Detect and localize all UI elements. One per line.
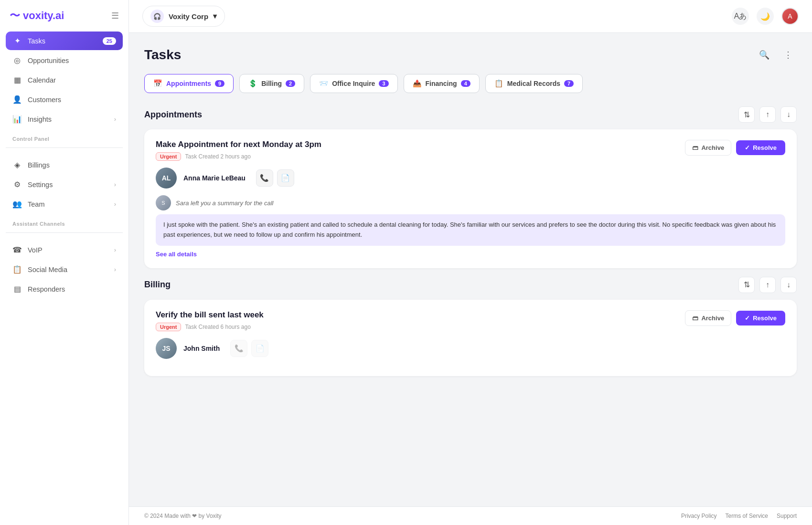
billing-notes-icon[interactable]: 📄	[251, 340, 268, 357]
sara-avatar: S	[156, 195, 171, 210]
page-title: Tasks	[144, 47, 181, 63]
category-tabs: 📅 Appointments 9 💲 Billing 2 📨 Office In…	[144, 74, 797, 93]
opportunities-icon: ◎	[12, 56, 22, 65]
avatar-initials: A	[788, 12, 792, 20]
translate-icon[interactable]: Aあ	[732, 8, 749, 25]
billing-customer-row: JS John Smith 📞 📄	[156, 338, 785, 359]
sidebar: 〜 voxity.ai ☰ ✦ Tasks 25 ◎ Opportunities…	[0, 0, 129, 525]
billing-section-header: Billing ⇅ ↑ ↓	[144, 277, 797, 293]
app-logo: 〜 voxity.ai	[10, 9, 64, 23]
appointments-tab-icon: 📅	[153, 79, 162, 88]
financing-tab-badge: 4	[461, 80, 470, 87]
appointments-section-header: Appointments ⇅ ↑ ↓	[144, 106, 797, 123]
voip-chevron: ›	[114, 246, 116, 253]
sidebar-item-calendar[interactable]: ▦ Calendar	[6, 71, 123, 89]
sidebar-item-label-team: Team	[28, 200, 44, 208]
search-icon[interactable]: 🔍	[756, 46, 773, 63]
sidebar-item-opportunities[interactable]: ◎ Opportunities	[6, 51, 123, 70]
page-actions: 🔍 ⋮	[756, 46, 797, 63]
billing-archive-icon: 🗃	[692, 315, 698, 322]
sort-down-icon[interactable]: ↓	[780, 106, 797, 123]
sidebar-item-social-media[interactable]: 📋 Social Media ›	[6, 260, 123, 279]
billing-urgent-badge: Urgent	[156, 323, 181, 331]
billing-archive-label: Archive	[701, 315, 724, 322]
billing-tab-icon: 💲	[248, 79, 257, 88]
voip-icon: ☎	[12, 245, 22, 254]
check-icon: ✓	[745, 144, 750, 151]
customer-actions: 📞 📄	[256, 169, 294, 187]
billing-resolve-button[interactable]: ✓ Resolve	[736, 311, 785, 326]
appointments-controls: ⇅ ↑ ↓	[738, 106, 797, 123]
sort-up-icon[interactable]: ↑	[759, 106, 776, 123]
theme-toggle-icon[interactable]: 🌙	[757, 8, 774, 25]
billing-section: Billing ⇅ ↑ ↓ Verify the bill sent last …	[144, 277, 797, 376]
summary-section: S Sara left you a summary for the call I…	[156, 195, 785, 258]
billing-section-title: Billing	[144, 280, 171, 290]
resolve-button[interactable]: ✓ Resolve	[736, 140, 785, 155]
billing-sort-down-icon[interactable]: ↓	[780, 277, 797, 293]
billing-archive-button[interactable]: 🗃 Archive	[685, 310, 731, 326]
billing-sort-up-icon[interactable]: ↑	[759, 277, 776, 293]
sidebar-item-tasks[interactable]: ✦ Tasks 25	[6, 32, 123, 50]
category-tab-billing[interactable]: 💲 Billing 2	[239, 74, 304, 93]
org-selector[interactable]: 🎧 Voxity Corp ▾	[142, 6, 225, 27]
sidebar-item-voip[interactable]: ☎ VoIP ›	[6, 241, 123, 259]
insights-chevron: ›	[114, 116, 116, 123]
category-tab-medical-records[interactable]: 📋 Medical Records 7	[485, 74, 583, 93]
sidebar-item-label-customers: Customers	[28, 96, 61, 104]
medical-records-tab-badge: 7	[564, 80, 574, 87]
billing-task-title-group: Verify the bill sent last week Urgent Ta…	[156, 310, 264, 331]
tasks-badge: 25	[103, 37, 116, 45]
sidebar-item-label-social-media: Social Media	[28, 266, 67, 273]
responders-icon: ▤	[12, 284, 22, 294]
sidebar-item-label-billings: Billings	[28, 161, 50, 169]
category-tab-office-inquire[interactable]: 📨 Office Inquire 3	[310, 74, 397, 93]
notes-icon[interactable]: 📄	[277, 169, 294, 187]
sidebar-item-responders[interactable]: ▤ Responders	[6, 280, 123, 298]
social-media-chevron: ›	[114, 266, 116, 273]
task-meta: Urgent Task Created 2 hours ago	[156, 152, 321, 161]
topbar-actions: Aあ 🌙 A	[732, 8, 799, 25]
billing-filter-icon[interactable]: ⇅	[738, 277, 755, 293]
privacy-policy-link[interactable]: Privacy Policy	[681, 513, 717, 519]
office-inquire-tab-badge: 3	[379, 80, 388, 87]
support-link[interactable]: Support	[777, 513, 797, 519]
sidebar-item-label-opportunities: Opportunities	[28, 57, 69, 64]
user-avatar[interactable]: A	[781, 8, 799, 25]
office-inquire-tab-label: Office Inquire	[332, 80, 375, 87]
sidebar-nav: ✦ Tasks 25 ◎ Opportunities ▦ Calendar 👤 …	[0, 32, 128, 525]
sidebar-item-settings[interactable]: ⚙ Settings ›	[6, 175, 123, 194]
sidebar-item-insights[interactable]: 📊 Insights ›	[6, 110, 123, 128]
calendar-icon: ▦	[12, 75, 22, 84]
footer-copyright: © 2024 Made with ❤ by Voxity	[144, 513, 222, 519]
logo-label: voxity.ai	[23, 10, 64, 22]
appointments-section: Appointments ⇅ ↑ ↓ Make Appointment for …	[144, 106, 797, 268]
footer-links: Privacy Policy Terms of Service Support	[681, 513, 797, 519]
terms-of-service-link[interactable]: Terms of Service	[726, 513, 768, 519]
customer-initials: AL	[162, 174, 171, 182]
filter-icon[interactable]: ⇅	[738, 106, 755, 123]
archive-button[interactable]: 🗃 Archive	[685, 140, 731, 156]
summary-text: I just spoke with the patient. She's an …	[156, 214, 785, 246]
see-all-details-link[interactable]: See all details	[156, 251, 785, 258]
menu-toggle-icon[interactable]: ☰	[111, 10, 119, 21]
medical-records-tab-label: Medical Records	[507, 80, 560, 87]
settings-icon: ⚙	[12, 180, 22, 189]
billing-task-meta: Urgent Task Created 6 hours ago	[156, 323, 264, 331]
call-icon[interactable]: 📞	[256, 169, 273, 187]
customer-name: Anna Marie LeBeau	[183, 174, 246, 182]
sidebar-item-team[interactable]: 👥 Team ›	[6, 195, 123, 213]
sidebar-item-customers[interactable]: 👤 Customers	[6, 90, 123, 109]
more-options-icon[interactable]: ⋮	[780, 46, 797, 63]
financing-tab-icon: 📤	[413, 79, 422, 88]
sidebar-item-label-voip: VoIP	[28, 246, 43, 254]
billing-check-icon: ✓	[745, 315, 750, 322]
urgent-badge: Urgent	[156, 152, 181, 161]
sara-initials: S	[161, 200, 165, 206]
category-tab-appointments[interactable]: 📅 Appointments 9	[144, 74, 234, 93]
billing-call-icon[interactable]: 📞	[230, 340, 247, 357]
sidebar-item-billings[interactable]: ◈ Billings	[6, 156, 123, 174]
category-tab-financing[interactable]: 📤 Financing 4	[404, 74, 480, 93]
control-panel-label: Control Panel	[6, 129, 123, 144]
customer-row: AL Anna Marie LeBeau 📞 📄	[156, 168, 785, 189]
